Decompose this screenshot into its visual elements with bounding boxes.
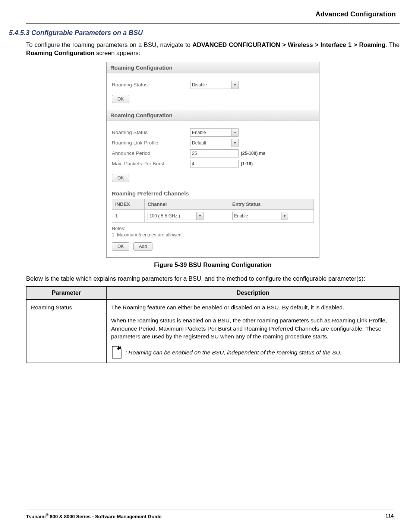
max-packets-label: Max. Packets Per Burst bbox=[112, 161, 190, 166]
panel2-title: Roaming Configuration bbox=[107, 110, 319, 121]
figure-caption: Figure 5-39 BSU Roaming Configuration bbox=[26, 261, 400, 268]
preferred-channels-table: INDEX Channel Entry Status 1 100 ( 5.5 G… bbox=[112, 199, 314, 223]
param-name-cell: Roaming Status bbox=[26, 299, 107, 363]
roaming-status-label: Roaming Status bbox=[112, 82, 190, 87]
note-icon bbox=[111, 345, 122, 359]
col-channel: Channel bbox=[145, 199, 229, 209]
chevron-down-icon: ▾ bbox=[281, 212, 288, 220]
roaming-status-select-enabled[interactable]: Enable ▾ bbox=[190, 128, 239, 137]
footer-rule bbox=[26, 510, 394, 510]
footer-product-pre: Tsunami bbox=[26, 514, 46, 519]
desc-note: : Roaming can be enabled on the BSU, ind… bbox=[125, 348, 342, 356]
intro-pre: To configure the roaming parameters on a… bbox=[26, 41, 192, 48]
header-section-name: Advanced Configuration bbox=[26, 10, 400, 18]
panel1-title: Roaming Configuration bbox=[107, 62, 319, 73]
registered-icon: ® bbox=[46, 513, 48, 517]
table-intro: Below is the table which explains roamin… bbox=[26, 274, 400, 283]
ok-button[interactable]: OK bbox=[112, 95, 129, 103]
section-heading: 5.4.5.3 Configurable Parameters on a BSU bbox=[9, 29, 400, 37]
col-index: INDEX bbox=[112, 199, 145, 209]
roaming-status-select-disabled[interactable]: Disable ▾ bbox=[190, 81, 239, 89]
chevron-down-icon: ▾ bbox=[231, 129, 238, 136]
channel-select[interactable]: 100 ( 5.5 GHz ) ▾ bbox=[148, 212, 204, 220]
ok-button[interactable]: OK bbox=[112, 242, 129, 251]
intro-screen: Roaming Configuration bbox=[26, 50, 94, 56]
intro-post: screen appears: bbox=[94, 50, 140, 56]
roaming-status-value-2: Enable bbox=[192, 130, 206, 135]
col-entry-status: Entry Status bbox=[229, 199, 314, 209]
footer-left: Tsunami® 800 & 8000 Series - Software Ma… bbox=[26, 513, 161, 519]
roaming-status-label-2: Roaming Status bbox=[112, 130, 190, 135]
table-row: Roaming Status The Roaming feature can e… bbox=[26, 299, 400, 363]
cell-index: 1 bbox=[112, 209, 145, 222]
entry-status-select[interactable]: Enable ▾ bbox=[232, 212, 288, 220]
intro-paragraph: To configure the roaming parameters on a… bbox=[26, 41, 400, 57]
note-1: 1. Maximum 5 entries are allowed. bbox=[112, 232, 314, 239]
notes-title: Notes: bbox=[112, 226, 314, 232]
announce-period-hint: (25-100) ms bbox=[241, 151, 265, 156]
ok-button[interactable]: OK bbox=[112, 174, 129, 182]
th-parameter: Parameter bbox=[26, 286, 107, 299]
intro-mid: . The bbox=[385, 41, 400, 48]
roaming-status-value: Disable bbox=[192, 82, 207, 87]
entry-status-value: Enable bbox=[234, 213, 248, 219]
roaming-config-screenshot: Roaming Configuration Roaming Status Dis… bbox=[106, 62, 319, 258]
channel-value: 100 ( 5.5 GHz ) bbox=[149, 213, 180, 219]
desc-p1: The Roaming feature can either be enable… bbox=[111, 303, 395, 311]
chevron-down-icon: ▾ bbox=[196, 212, 203, 220]
announce-period-input[interactable] bbox=[190, 149, 239, 157]
table-row: 1 100 ( 5.5 GHz ) ▾ Enable ▾ bbox=[112, 209, 314, 222]
param-desc-cell: The Roaming feature can either be enable… bbox=[107, 299, 400, 363]
max-packets-input[interactable] bbox=[190, 160, 239, 168]
header-rule bbox=[26, 23, 400, 24]
link-profile-label: Roaming Link Profile bbox=[112, 140, 190, 146]
footer-product-post: 800 & 8000 Series - Software Management … bbox=[48, 514, 161, 519]
preferred-channels-heading: Roaming Preferred Channels bbox=[112, 190, 314, 197]
link-profile-select[interactable]: Default ▾ bbox=[190, 139, 239, 147]
desc-p2: When the roaming status is enabled on a … bbox=[111, 316, 395, 340]
link-profile-value: Default bbox=[192, 140, 206, 146]
parameter-table: Parameter Description Roaming Status The… bbox=[26, 286, 400, 363]
max-packets-hint: (1-16) bbox=[241, 161, 253, 166]
page-number: 114 bbox=[385, 513, 394, 519]
chevron-down-icon: ▾ bbox=[231, 81, 238, 89]
add-button[interactable]: Add bbox=[133, 242, 152, 251]
th-description: Description bbox=[107, 286, 400, 299]
announce-period-label: Announce Period bbox=[112, 150, 190, 156]
chevron-down-icon: ▾ bbox=[231, 139, 238, 147]
intro-navpath: ADVANCED CONFIGURATION > Wireless > Inte… bbox=[192, 41, 385, 48]
